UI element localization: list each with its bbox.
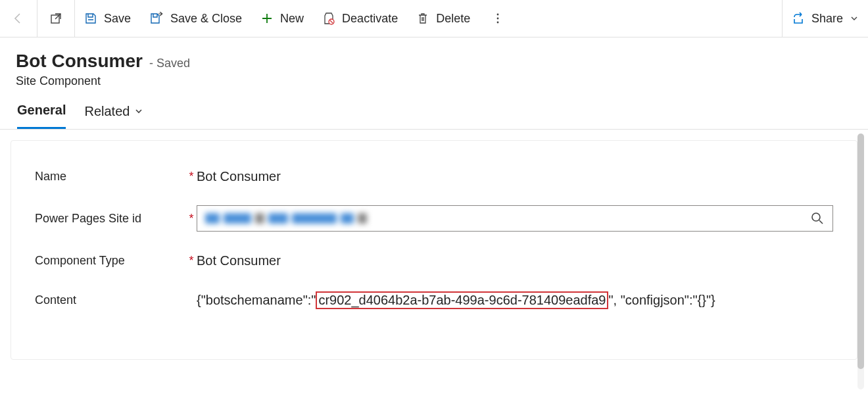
save-button[interactable]: Save <box>75 0 140 37</box>
field-content: Content {"botschemaname":"cr902_d4064b2a… <box>11 280 857 320</box>
svg-point-3 <box>497 18 499 20</box>
content-value[interactable]: {"botschemaname":"cr902_d4064b2a-b7ab-49… <box>197 291 833 309</box>
type-label: Component Type <box>35 254 186 268</box>
tab-general-label: General <box>17 103 66 118</box>
search-icon[interactable] <box>810 211 825 226</box>
tab-related[interactable]: Related <box>84 104 144 128</box>
field-name: Name * Bot Consumer <box>11 157 857 196</box>
required-indicator: * <box>186 254 197 268</box>
deactivate-label: Deactivate <box>342 12 398 26</box>
command-bar: Save Save & Close New Deactivate Delete <box>0 0 868 37</box>
share-label: Share <box>811 12 843 26</box>
required-indicator: * <box>186 212 197 226</box>
form-card: Name * Bot Consumer Power Pages Site id … <box>11 140 857 360</box>
site-id-label: Power Pages Site id <box>35 212 186 226</box>
content-tail: ", "configjson":"{}"} <box>608 293 715 308</box>
svg-point-2 <box>497 14 499 16</box>
trash-icon <box>416 12 429 25</box>
site-id-lookup[interactable] <box>197 205 833 232</box>
back-button[interactable] <box>0 0 37 37</box>
chevron-down-icon <box>133 106 144 116</box>
new-label: New <box>280 12 304 26</box>
type-value[interactable]: Bot Consumer <box>197 253 833 268</box>
save-close-icon <box>149 12 164 25</box>
more-vertical-icon <box>491 12 504 25</box>
save-close-button[interactable]: Save & Close <box>140 0 251 37</box>
page-status: - Saved <box>149 57 190 70</box>
save-close-label: Save & Close <box>170 12 242 26</box>
save-label: Save <box>104 12 131 26</box>
redacted-value <box>205 213 367 224</box>
field-site-id: Power Pages Site id * <box>11 196 857 241</box>
page-title: Bot Consumer <box>16 51 143 72</box>
tab-related-label: Related <box>84 104 130 119</box>
tab-general[interactable]: General <box>17 103 66 129</box>
form-body: Name * Bot Consumer Power Pages Site id … <box>0 130 868 393</box>
deactivate-button[interactable]: Deactivate <box>313 0 407 37</box>
deactivate-icon <box>322 12 335 25</box>
save-icon <box>84 12 97 25</box>
plus-icon <box>260 12 274 25</box>
field-component-type: Component Type * Bot Consumer <box>11 241 857 280</box>
popout-icon <box>49 12 62 25</box>
page-header: Bot Consumer - Saved Site Component <box>0 37 868 93</box>
delete-button[interactable]: Delete <box>407 0 479 37</box>
delete-label: Delete <box>436 12 470 26</box>
required-indicator: * <box>186 170 197 184</box>
content-highlight: cr902_d4064b2a-b7ab-499a-9c6d-781409eadf… <box>316 291 608 309</box>
content-lead: {"botschemaname":" <box>197 293 316 308</box>
share-button[interactable]: Share <box>783 0 868 37</box>
tab-list: General Related <box>0 93 868 130</box>
popout-button[interactable] <box>37 0 74 37</box>
share-icon <box>792 12 805 25</box>
arrow-left-icon <box>12 12 25 25</box>
name-label: Name <box>35 170 186 184</box>
name-value[interactable]: Bot Consumer <box>197 169 833 184</box>
content-label: Content <box>35 293 186 307</box>
more-commands-button[interactable] <box>479 0 516 37</box>
new-button[interactable]: New <box>251 0 313 37</box>
svg-point-4 <box>497 22 499 24</box>
svg-point-5 <box>812 213 820 221</box>
page-subtitle: Site Component <box>16 74 852 88</box>
scrollbar-thumb[interactable] <box>857 134 864 369</box>
chevron-down-icon <box>850 14 859 23</box>
vertical-scrollbar[interactable] <box>857 134 864 389</box>
